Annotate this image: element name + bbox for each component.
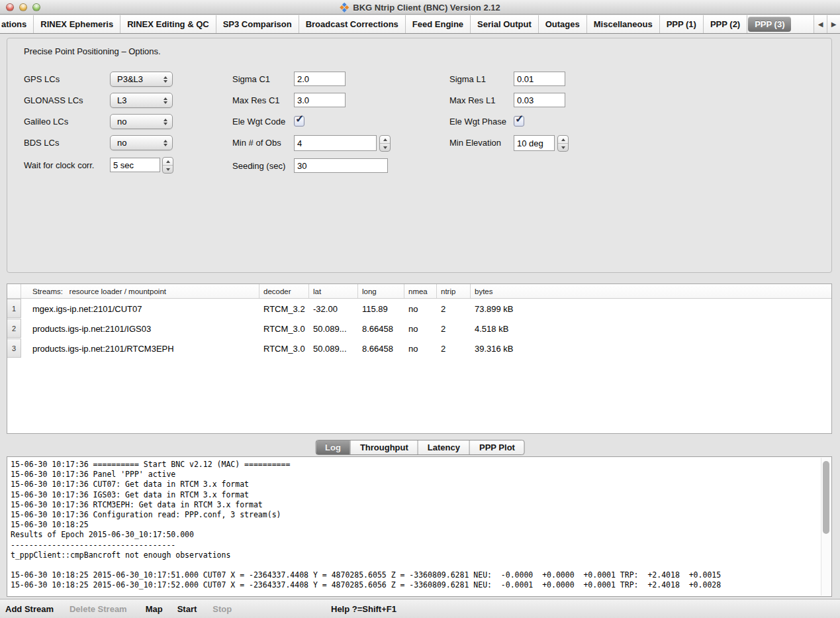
stepper-up-icon[interactable] bbox=[558, 136, 568, 143]
sigma-c1-label: Sigma C1 bbox=[232, 72, 270, 87]
log-line: 15-06-30 10:17:36 RTCM3EPH: Get data in … bbox=[11, 500, 819, 510]
glonass-lcs-select[interactable]: L3 bbox=[110, 93, 173, 108]
cell-bytes: 73.899 kB bbox=[471, 299, 831, 319]
log-line bbox=[11, 560, 819, 570]
chevron-up-down-icon bbox=[162, 76, 172, 83]
tab-miscellaneous[interactable]: Miscellaneous bbox=[587, 15, 660, 33]
table-row[interactable]: 2 products.igs-ip.net:2101/IGS03 RTCM_3.… bbox=[7, 319, 831, 338]
bds-lcs-value: no bbox=[111, 138, 162, 148]
tab-scroll-left-icon[interactable]: ◀ bbox=[814, 15, 827, 33]
log-tab-bar: Log Throughput Latency PPP Plot bbox=[315, 440, 525, 455]
cell-nmea: no bbox=[404, 319, 437, 338]
cell-bytes: 39.316 kB bbox=[471, 338, 831, 358]
main-tab-bar: ations RINEX Ephemeris RINEX Editing & Q… bbox=[0, 15, 840, 34]
log-line: 15-06-30 10:18:25 2015-06-30_10:17:52.00… bbox=[11, 580, 819, 590]
streams-table-header: Streams: resource loader / mountpoint de… bbox=[7, 284, 831, 299]
start-button[interactable]: Start bbox=[177, 604, 197, 614]
log-line: 15-06-30 10:18:25 bbox=[11, 520, 819, 530]
tab-broadcast-corrections[interactable]: Broadcast Corrections bbox=[299, 15, 406, 33]
galileo-lcs-label: Galileo LCs bbox=[24, 114, 68, 129]
cell-lat: 50.089... bbox=[309, 319, 358, 338]
header-lat: lat bbox=[309, 284, 358, 298]
tab-sp3-comparison[interactable]: SP3 Comparison bbox=[216, 15, 299, 33]
tab-scroll-right-icon[interactable]: ▶ bbox=[827, 15, 840, 33]
bottom-toolbar: Add Stream Delete Stream Map Start Stop … bbox=[0, 599, 840, 618]
chevron-up-down-icon bbox=[162, 140, 172, 146]
table-row[interactable]: 1 mgex.igs-ip.net:2101/CUT07 RTCM_3.2 -3… bbox=[7, 299, 831, 319]
streams-table: Streams: resource loader / mountpoint de… bbox=[7, 283, 832, 434]
seeding-input[interactable] bbox=[294, 158, 388, 173]
cell-ntrip: 2 bbox=[437, 319, 471, 338]
gps-lcs-value: P3&L3 bbox=[111, 74, 162, 84]
tab-rinex-editing-qc[interactable]: RINEX Editing & QC bbox=[120, 15, 216, 33]
checkmark-icon: ✓ bbox=[295, 113, 304, 125]
cell-ntrip: 2 bbox=[437, 338, 471, 358]
sigma-l1-input[interactable] bbox=[514, 72, 565, 86]
log-line: ------------------------------------ bbox=[11, 541, 819, 550]
wait-clock-input[interactable] bbox=[110, 158, 160, 172]
header-bytes: bytes bbox=[471, 284, 831, 298]
map-button[interactable]: Map bbox=[146, 604, 163, 614]
cell-nmea: no bbox=[404, 299, 437, 319]
tab-latency[interactable]: Latency bbox=[418, 440, 470, 454]
bnc-window: BKG Ntrip Client (BNC) Version 2.12 atio… bbox=[0, 0, 840, 618]
header-nmea: nmea bbox=[404, 284, 437, 298]
min-elevation-stepper[interactable] bbox=[557, 135, 569, 152]
cell-ntrip: 2 bbox=[437, 299, 471, 319]
tab-log[interactable]: Log bbox=[316, 440, 351, 454]
checkmark-icon: ✓ bbox=[515, 113, 524, 125]
stop-button[interactable]: Stop bbox=[212, 604, 232, 614]
bds-lcs-select[interactable]: no bbox=[110, 135, 173, 150]
min-obs-label: Min # of Obs bbox=[232, 135, 281, 150]
log-scrollbar[interactable] bbox=[821, 458, 831, 595]
min-elevation-input[interactable] bbox=[514, 135, 555, 151]
cell-mountpoint: products.igs-ip.net:2101/RTCM3EPH bbox=[21, 338, 259, 358]
gps-lcs-select[interactable]: P3&L3 bbox=[110, 72, 173, 87]
tab-ppp-1[interactable]: PPP (1) bbox=[660, 15, 704, 33]
cell-mountpoint: mgex.igs-ip.net:2101/CUT07 bbox=[21, 299, 259, 319]
tab-ppp-3[interactable]: PPP (3) bbox=[748, 17, 791, 32]
log-line: 15-06-30 10:17:36 ========== Start BNC v… bbox=[11, 460, 819, 470]
stepper-down-icon[interactable] bbox=[163, 165, 173, 173]
tab-outages[interactable]: Outages bbox=[539, 15, 587, 33]
add-stream-button[interactable]: Add Stream bbox=[5, 604, 54, 614]
log-line: 15-06-30 10:17:36 Configuration read: PP… bbox=[11, 510, 819, 520]
stepper-down-icon[interactable] bbox=[380, 143, 390, 151]
tab-throughput[interactable]: Throughput bbox=[351, 440, 418, 454]
tab-serial-output[interactable]: Serial Output bbox=[471, 15, 539, 33]
cell-bytes: 4.518 kB bbox=[471, 319, 831, 338]
ele-wgt-code-checkbox[interactable]: ✓ bbox=[294, 116, 304, 127]
galileo-lcs-value: no bbox=[111, 117, 162, 127]
log-line: t_pppClient::cmpBancroft not enough obse… bbox=[11, 550, 819, 560]
max-res-c1-input[interactable] bbox=[294, 93, 346, 107]
chevron-up-down-icon bbox=[162, 97, 172, 104]
wait-clock-stepper[interactable] bbox=[162, 157, 173, 174]
chevron-up-down-icon bbox=[162, 119, 172, 125]
tab-ppp-plot[interactable]: PPP Plot bbox=[470, 440, 524, 454]
log-line: Results of Epoch 2015-06-30_10:17:50.000 bbox=[11, 530, 819, 540]
tab-feed-engine[interactable]: Feed Engine bbox=[406, 15, 471, 33]
window-title: BKG Ntrip Client (BNC) Version 2.12 bbox=[353, 3, 500, 13]
row-number: 1 bbox=[7, 299, 21, 318]
tab-observations-partial[interactable]: ations bbox=[0, 15, 34, 33]
stepper-down-icon[interactable] bbox=[558, 143, 568, 151]
min-obs-input[interactable] bbox=[294, 135, 377, 151]
delete-stream-button[interactable]: Delete Stream bbox=[70, 604, 127, 614]
tab-ppp-2[interactable]: PPP (2) bbox=[704, 15, 747, 33]
log-line: 15-06-30 10:17:36 IGS03: Get data in RTC… bbox=[11, 490, 819, 500]
tab-rinex-ephemeris[interactable]: RINEX Ephemeris bbox=[34, 15, 120, 33]
min-obs-stepper[interactable] bbox=[379, 135, 391, 152]
cell-lat: -32.00 bbox=[309, 299, 358, 319]
stepper-up-icon[interactable] bbox=[163, 158, 173, 165]
stepper-up-icon[interactable] bbox=[380, 136, 390, 143]
header-long: long bbox=[358, 284, 404, 298]
sigma-c1-input[interactable] bbox=[294, 72, 346, 86]
log-panel[interactable]: 15-06-30 10:17:36 ========== Start BNC v… bbox=[7, 456, 832, 597]
scrollbar-thumb[interactable] bbox=[823, 461, 829, 534]
galileo-lcs-select[interactable]: no bbox=[110, 114, 173, 129]
log-line: 15-06-30 10:18:25 2015-06-30_10:17:51.00… bbox=[11, 570, 819, 580]
table-row[interactable]: 3 products.igs-ip.net:2101/RTCM3EPH RTCM… bbox=[7, 338, 831, 358]
ele-wgt-phase-checkbox[interactable]: ✓ bbox=[514, 116, 524, 127]
ppp-options-panel: Precise Point Positioning – Options. GPS… bbox=[7, 38, 832, 273]
max-res-l1-input[interactable] bbox=[514, 93, 565, 107]
